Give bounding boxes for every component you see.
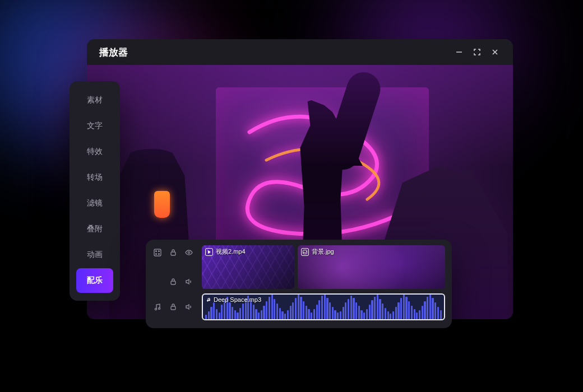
clip-label: 视频2.mp4 (205, 248, 246, 256)
volume-icon[interactable] (184, 302, 194, 312)
timeline-clip[interactable]: 背景.jpg (298, 245, 445, 289)
timeline-clip[interactable]: 视频2.mp4 (202, 245, 294, 289)
grid-icon[interactable] (152, 248, 163, 258)
svg-rect-1 (154, 249, 161, 256)
timeline-panel: 视频2.mp4 背景.jpg Deep Space.mp3 (146, 240, 452, 328)
sidebar-item-filter[interactable]: 滤镜 (76, 191, 113, 216)
sidebar-item-media[interactable]: 素材 (76, 88, 113, 113)
sidebar-item-effects[interactable]: 特效 (76, 139, 113, 164)
clip-filename: 视频2.mp4 (216, 248, 246, 256)
svg-point-7 (188, 251, 189, 253)
video-track[interactable]: 视频2.mp4 背景.jpg (202, 245, 445, 289)
video-track-controls (152, 248, 196, 287)
sidebar-item-label: 动画 (87, 250, 103, 260)
timeline-audio-row: Deep Space.mp3 (152, 293, 445, 320)
fullscreen-button[interactable] (468, 43, 486, 61)
window-title: 播放器 (99, 46, 128, 59)
image-icon (301, 248, 309, 256)
music-note-icon (206, 296, 211, 303)
close-button[interactable] (486, 43, 504, 61)
audio-track-controls (152, 293, 196, 320)
sidebar-item-label: 转场 (87, 172, 103, 183)
svg-point-3 (159, 251, 160, 252)
clip-filename: Deep Space.mp3 (214, 296, 261, 303)
title-bar: 播放器 (87, 39, 513, 65)
timeline-video-row: 视频2.mp4 背景.jpg (152, 245, 445, 289)
sidebar-item-text[interactable]: 文字 (76, 114, 113, 138)
svg-point-5 (159, 254, 160, 255)
music-icon[interactable] (152, 302, 163, 312)
svg-point-14 (209, 300, 210, 301)
preview-artwork (154, 191, 170, 218)
video-icon (205, 248, 213, 256)
sidebar-item-label: 配乐 (87, 276, 103, 286)
audio-track[interactable]: Deep Space.mp3 (202, 293, 445, 320)
svg-rect-6 (171, 252, 175, 255)
sidebar-item-label: 叠附 (87, 224, 103, 234)
clip-label: Deep Space.mp3 (206, 296, 261, 303)
svg-rect-12 (171, 306, 175, 310)
sidebar-item-label: 滤镜 (87, 198, 103, 208)
sidebar-item-music[interactable]: 配乐 (76, 268, 113, 293)
lock-icon[interactable] (168, 302, 178, 312)
sidebar-item-label: 特效 (87, 147, 103, 157)
eye-icon[interactable] (184, 248, 194, 258)
clip-label: 背景.jpg (301, 248, 334, 256)
sidebar-item-animation[interactable]: 动画 (76, 242, 113, 267)
svg-point-11 (158, 307, 160, 309)
svg-point-13 (207, 300, 209, 301)
volume-icon[interactable] (184, 277, 194, 287)
lock-icon[interactable] (168, 277, 178, 287)
svg-point-10 (155, 308, 156, 310)
tools-sidebar: 素材 文字 特效 转场 滤镜 叠附 动画 配乐 (70, 81, 120, 301)
sidebar-item-label: 素材 (87, 95, 103, 105)
timeline-audio-clip[interactable]: Deep Space.mp3 (202, 293, 445, 320)
sidebar-item-overlay[interactable]: 叠附 (76, 217, 113, 241)
svg-point-2 (156, 251, 157, 252)
sidebar-item-label: 文字 (87, 121, 103, 131)
svg-point-4 (156, 254, 157, 255)
minimize-button[interactable] (450, 43, 468, 61)
svg-rect-8 (171, 281, 175, 284)
sidebar-item-transition[interactable]: 转场 (76, 165, 113, 190)
lock-icon[interactable] (168, 248, 178, 258)
clip-filename: 背景.jpg (312, 248, 334, 256)
